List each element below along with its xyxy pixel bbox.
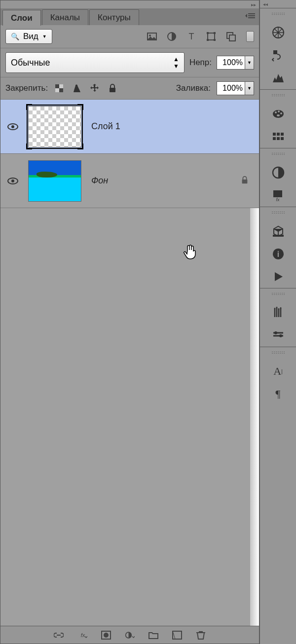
- visibility-toggle[interactable]: [5, 119, 20, 134]
- lock-image-icon[interactable]: [72, 83, 82, 94]
- svg-point-26: [104, 633, 109, 638]
- svg-rect-11: [214, 39, 216, 41]
- svg-rect-40: [277, 137, 280, 140]
- svg-text:T: T: [189, 32, 194, 41]
- svg-rect-45: [273, 235, 284, 237]
- svg-point-35: [277, 114, 280, 116]
- add-mask-icon[interactable]: [101, 630, 111, 641]
- layer-row[interactable]: Слой 1: [0, 100, 259, 154]
- svg-text:fx: fx: [276, 197, 280, 202]
- svg-rect-18: [110, 88, 115, 92]
- panel-menu-icon[interactable]: [245, 12, 255, 19]
- svg-rect-8: [207, 32, 209, 34]
- layer-row[interactable]: Фон: [0, 154, 259, 208]
- svg-rect-15: [59, 88, 63, 92]
- layers-list[interactable]: Слой 1 Фон: [0, 100, 259, 626]
- styles-icon[interactable]: fx: [271, 188, 286, 203]
- dock-grip[interactable]: [271, 12, 285, 15]
- chevron-down-icon: ▼: [42, 34, 47, 39]
- opacity-label: Непр:: [189, 58, 212, 68]
- tab-paths[interactable]: Контуры: [89, 9, 139, 25]
- opacity-input[interactable]: [217, 56, 245, 70]
- dock-grip[interactable]: [271, 152, 285, 155]
- svg-point-20: [11, 125, 14, 128]
- layer-lock-icon: [240, 176, 249, 186]
- fill-dropdown-icon[interactable]: ▼: [245, 81, 254, 95]
- layer-filter-kind-label: Вид: [23, 32, 38, 41]
- new-layer-icon[interactable]: [172, 630, 183, 641]
- collapse-right-icon[interactable]: ▸▸: [251, 2, 256, 7]
- svg-rect-10: [207, 39, 209, 41]
- filter-adjustment-icon[interactable]: [166, 31, 177, 42]
- lock-transparency-icon[interactable]: [54, 83, 65, 94]
- svg-rect-43: [273, 190, 282, 197]
- svg-point-22: [11, 179, 14, 182]
- info-icon[interactable]: i: [271, 247, 286, 261]
- play-icon[interactable]: [271, 269, 286, 284]
- svg-rect-13: [229, 35, 235, 41]
- visibility-toggle[interactable]: [5, 174, 20, 188]
- blend-mode-select[interactable]: Обычные ▲▼: [5, 52, 185, 73]
- tab-layers[interactable]: Слои: [2, 10, 41, 26]
- svg-rect-17: [55, 88, 59, 92]
- svg-point-50: [278, 308, 279, 310]
- filter-type-icon[interactable]: T: [186, 31, 197, 42]
- layer-filter-kind-select[interactable]: 🔍 Вид ▼: [5, 29, 52, 44]
- color-icon[interactable]: [271, 107, 286, 121]
- dock-grip[interactable]: [271, 292, 285, 295]
- svg-point-53: [279, 334, 282, 337]
- search-icon: 🔍: [11, 33, 19, 40]
- chevron-updown-icon: ▲▼: [173, 56, 179, 70]
- svg-rect-23: [242, 179, 248, 183]
- character-icon[interactable]: A|: [271, 364, 286, 379]
- layer-name[interactable]: Фон: [91, 176, 108, 186]
- svg-point-32: [275, 111, 277, 113]
- svg-rect-9: [214, 32, 216, 34]
- svg-rect-38: [281, 133, 284, 136]
- filter-toggle-switch[interactable]: [246, 31, 254, 42]
- expand-dock-icon[interactable]: ◂◂: [260, 0, 296, 8]
- new-group-icon[interactable]: [148, 630, 159, 641]
- lock-position-icon[interactable]: [89, 83, 100, 94]
- layer-thumbnail[interactable]: [28, 160, 81, 202]
- tab-channels[interactable]: Каналы: [42, 9, 88, 25]
- layer-name[interactable]: Слой 1: [91, 121, 120, 132]
- svg-rect-41: [281, 137, 284, 140]
- 3d-icon[interactable]: [271, 224, 286, 239]
- brush-presets-icon[interactable]: [271, 328, 286, 343]
- dock-grip[interactable]: [271, 211, 285, 214]
- brushes-icon[interactable]: [271, 305, 286, 320]
- svg-rect-2: [248, 17, 255, 18]
- filter-pixel-icon[interactable]: [147, 31, 157, 42]
- dock-grip[interactable]: [271, 351, 285, 354]
- filter-shape-icon[interactable]: [206, 31, 217, 42]
- swatches-icon[interactable]: [271, 129, 286, 144]
- navigator-icon[interactable]: [271, 25, 286, 40]
- delete-layer-icon[interactable]: [195, 630, 206, 641]
- lock-all-icon[interactable]: [107, 83, 118, 94]
- layer-thumbnail[interactable]: [28, 106, 81, 147]
- svg-point-51: [280, 307, 281, 309]
- filter-smartobject-icon[interactable]: [225, 31, 236, 42]
- svg-rect-7: [208, 33, 215, 40]
- layer-fx-icon[interactable]: fx: [77, 630, 88, 641]
- svg-rect-39: [273, 137, 276, 140]
- svg-rect-16: [59, 84, 63, 88]
- adjustment-layer-icon[interactable]: [124, 630, 135, 641]
- svg-point-48: [274, 308, 275, 310]
- paragraph-icon[interactable]: ¶: [271, 387, 286, 401]
- svg-rect-0: [248, 13, 255, 14]
- dock-grip[interactable]: [271, 94, 285, 97]
- adjustments-icon[interactable]: [271, 165, 286, 180]
- opacity-dropdown-icon[interactable]: ▼: [245, 56, 254, 70]
- hand-cursor-icon: [183, 244, 197, 261]
- svg-rect-37: [277, 133, 280, 136]
- blend-mode-value: Обычные: [11, 58, 50, 68]
- fill-input[interactable]: [217, 81, 245, 95]
- link-layers-icon[interactable]: [53, 630, 64, 641]
- histogram-icon[interactable]: [271, 71, 286, 85]
- fill-label: Заливка:: [176, 83, 211, 93]
- history-icon[interactable]: [271, 48, 286, 63]
- panel-top-controls: ▸▸: [0, 0, 259, 8]
- svg-point-52: [274, 331, 277, 334]
